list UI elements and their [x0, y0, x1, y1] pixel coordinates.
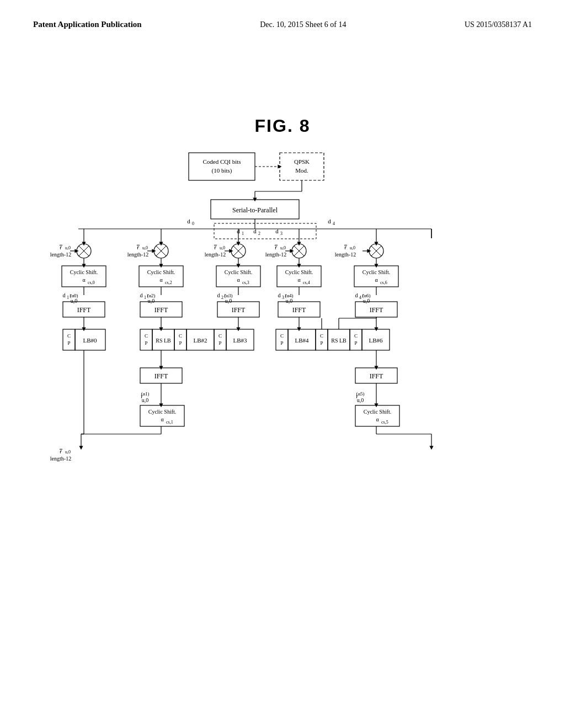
svg-text:RS LB: RS LB: [331, 338, 347, 344]
svg-text:length-12: length-12: [50, 251, 71, 258]
svg-text:r̅: r̅: [59, 448, 63, 454]
svg-text:3: 3: [282, 295, 284, 300]
svg-text:LB#6: LB#6: [369, 337, 383, 344]
svg-rect-215: [214, 223, 316, 239]
svg-text:0: 0: [192, 221, 194, 226]
svg-rect-143: [316, 329, 328, 350]
svg-text:P: P: [145, 340, 147, 346]
svg-text:Serial-to-Parallel: Serial-to-Parallel: [232, 206, 278, 214]
svg-text:α: α: [375, 277, 378, 283]
fig-title: FIG. 8: [28, 116, 537, 136]
svg-text:length-12: length-12: [205, 251, 226, 258]
svg-text:d: d: [63, 292, 66, 298]
svg-text:Cyclic Shift.: Cyclic Shift.: [225, 269, 253, 275]
svg-text:P: P: [179, 340, 182, 346]
svg-text:Mod.: Mod.: [295, 167, 308, 174]
svg-text:C: C: [145, 333, 148, 339]
svg-rect-111: [214, 329, 226, 350]
svg-rect-138: [276, 329, 288, 350]
svg-text:length-12: length-12: [50, 456, 71, 462]
svg-text:u,0: u,0: [225, 298, 232, 304]
svg-text:2: 2: [258, 231, 260, 236]
svg-text:3: 3: [280, 231, 282, 236]
svg-text:d: d: [140, 292, 143, 298]
svg-text:P: P: [67, 340, 70, 346]
svg-text:u,0: u,0: [220, 245, 225, 250]
svg-text:u,0: u,0: [363, 298, 370, 304]
svg-text:α: α: [297, 277, 301, 283]
svg-text:Cyclic Shift.: Cyclic Shift.: [148, 409, 177, 415]
svg-text:Cyclic Shift.: Cyclic Shift.: [363, 269, 391, 275]
svg-text:2: 2: [221, 295, 223, 300]
svg-text:C: C: [280, 333, 284, 339]
svg-text:cs,3: cs,3: [242, 280, 249, 285]
svg-text:α: α: [161, 416, 164, 422]
svg-text:QPSK: QPSK: [294, 158, 310, 165]
svg-text:P: P: [218, 340, 221, 346]
svg-text:(α1): (α1): [141, 391, 149, 397]
svg-text:d: d: [217, 292, 220, 298]
svg-text:C: C: [320, 333, 323, 339]
svg-text:u,0: u,0: [65, 245, 71, 250]
svg-rect-148: [350, 329, 362, 350]
svg-text:LB#3: LB#3: [233, 337, 247, 344]
svg-text:4: 4: [359, 295, 361, 300]
svg-text:LB#4: LB#4: [295, 337, 309, 344]
svg-text:cs,5: cs,5: [381, 420, 388, 425]
svg-text:r̅: r̅: [59, 244, 63, 250]
svg-text:cs,2: cs,2: [165, 280, 172, 285]
svg-text:cs,0: cs,0: [88, 280, 95, 285]
svg-text:length-12: length-12: [335, 251, 356, 258]
svg-rect-84: [174, 329, 186, 350]
svg-rect-3: [280, 153, 324, 180]
svg-text:α: α: [376, 416, 379, 422]
svg-text:α: α: [159, 277, 163, 283]
svg-text:P: P: [354, 340, 357, 346]
svg-text:r̅: r̅: [274, 244, 278, 250]
svg-text:IFFT: IFFT: [370, 306, 383, 314]
svg-text:(10 bits): (10 bits): [212, 167, 232, 174]
svg-text:Cyclic Shift.: Cyclic Shift.: [285, 269, 313, 275]
svg-text:u,0: u,0: [357, 397, 364, 403]
diagram: Coded CQI bits (10 bits) QPSK Mod. Seria…: [29, 147, 536, 671]
svg-text:length-12: length-12: [127, 251, 148, 258]
svg-text:C: C: [354, 333, 358, 339]
page-header: Patent Application Publication Dec. 10, …: [0, 0, 565, 29]
svg-text:d: d: [278, 292, 281, 298]
svg-text:IFFT: IFFT: [370, 372, 383, 380]
svg-text:1: 1: [144, 295, 146, 300]
svg-rect-79: [140, 329, 152, 350]
svg-text:P: P: [320, 340, 323, 346]
svg-text:u,0: u,0: [280, 245, 286, 250]
svg-text:cs,4: cs,4: [303, 280, 310, 285]
svg-text:4: 4: [333, 221, 335, 226]
svg-text:Cyclic Shift.: Cyclic Shift.: [70, 269, 98, 275]
header-center: Dec. 10, 2015 Sheet 6 of 14: [260, 20, 346, 29]
svg-text:r̅: r̅: [344, 244, 348, 250]
svg-text:C: C: [67, 333, 71, 339]
svg-text:d: d: [187, 218, 190, 224]
header-left: Patent Application Publication: [33, 20, 142, 29]
svg-text:IFFT: IFFT: [154, 372, 168, 380]
svg-text:cs,6: cs,6: [380, 280, 387, 285]
svg-text:Cyclic Shift.: Cyclic Shift.: [147, 269, 175, 275]
svg-text:IFFT: IFFT: [292, 306, 306, 314]
svg-text:C: C: [218, 333, 222, 339]
svg-text:IFFT: IFFT: [77, 306, 91, 314]
svg-text:LB#0: LB#0: [83, 337, 97, 344]
svg-text:u,0: u,0: [71, 298, 78, 304]
svg-text:1: 1: [242, 231, 244, 236]
svg-text:IFFT: IFFT: [154, 306, 168, 314]
diagram-svg: Coded CQI bits (10 bits) QPSK Mod. Seria…: [29, 147, 536, 671]
svg-text:r̅: r̅: [214, 244, 217, 250]
svg-text:u,0: u,0: [65, 449, 71, 454]
svg-text:LB#2: LB#2: [193, 337, 207, 344]
svg-rect-52: [63, 329, 75, 350]
svg-text:length-12: length-12: [265, 251, 286, 258]
svg-text:C: C: [179, 333, 182, 339]
svg-text:Cyclic Shift.: Cyclic Shift.: [364, 409, 392, 415]
svg-text:u,0: u,0: [286, 298, 293, 304]
svg-text:1: 1: [67, 295, 69, 300]
header-right: US 2015/0358137 A1: [465, 20, 532, 29]
svg-text:α: α: [82, 277, 86, 283]
